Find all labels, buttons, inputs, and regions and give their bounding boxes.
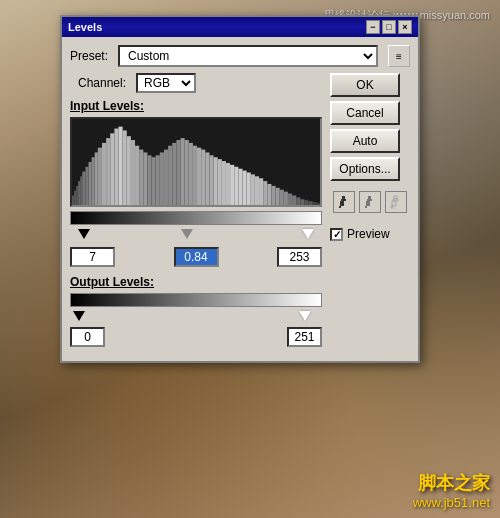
- maximize-button[interactable]: □: [382, 20, 396, 34]
- svg-rect-1: [74, 191, 76, 205]
- svg-rect-20: [139, 150, 143, 205]
- input-slider-row: [70, 229, 322, 241]
- svg-rect-64: [342, 196, 345, 199]
- svg-rect-9: [95, 152, 98, 205]
- input-mid-slider[interactable]: [181, 229, 193, 239]
- svg-rect-62: [313, 202, 317, 205]
- eyedropper-tools: [330, 191, 410, 213]
- svg-rect-54: [280, 190, 284, 205]
- output-gradient-bar: [70, 293, 322, 307]
- left-panel: Channel: RGB Input Levels:: [70, 73, 322, 353]
- svg-rect-12: [106, 138, 110, 205]
- svg-rect-8: [92, 157, 95, 205]
- svg-rect-37: [209, 155, 213, 205]
- input-white-value[interactable]: [277, 247, 322, 267]
- output-white-slider[interactable]: [299, 311, 311, 321]
- svg-rect-43: [234, 167, 238, 205]
- svg-rect-2: [76, 186, 78, 205]
- svg-rect-71: [365, 206, 367, 208]
- svg-rect-68: [368, 196, 371, 199]
- output-black-slider[interactable]: [73, 311, 85, 321]
- output-black-value[interactable]: [70, 327, 105, 347]
- input-black-slider[interactable]: [78, 229, 90, 239]
- svg-rect-48: [255, 176, 259, 205]
- svg-rect-52: [271, 186, 275, 205]
- dialog-title: Levels: [68, 21, 102, 33]
- preset-menu-icon[interactable]: ≡: [388, 45, 410, 67]
- svg-rect-13: [110, 133, 114, 205]
- svg-rect-26: [164, 150, 168, 205]
- options-button[interactable]: Options...: [330, 157, 400, 181]
- gray-eyedropper-icon: [363, 195, 377, 209]
- close-button[interactable]: ×: [398, 20, 412, 34]
- output-values-row: [70, 327, 322, 347]
- minimize-button[interactable]: −: [366, 20, 380, 34]
- svg-rect-46: [247, 173, 251, 205]
- svg-rect-17: [127, 136, 131, 205]
- input-white-slider[interactable]: [302, 229, 314, 239]
- input-gradient-bar: [70, 211, 322, 225]
- svg-rect-56: [288, 194, 292, 205]
- svg-rect-10: [98, 148, 102, 205]
- preview-label: Preview: [347, 227, 390, 241]
- cancel-button[interactable]: Cancel: [330, 101, 400, 125]
- dialog-body: Preset: Custom ≡ Channel: RGB: [62, 37, 418, 361]
- checkmark-icon: ✓: [333, 229, 341, 240]
- svg-rect-34: [197, 148, 201, 205]
- ok-button[interactable]: OK: [330, 73, 400, 97]
- svg-rect-74: [392, 201, 396, 206]
- output-white-value[interactable]: [287, 327, 322, 347]
- svg-rect-5: [82, 172, 85, 205]
- svg-rect-38: [214, 157, 218, 205]
- input-mid-value[interactable]: [174, 247, 219, 267]
- svg-rect-7: [89, 162, 92, 205]
- histogram-container: [70, 117, 322, 207]
- svg-rect-28: [172, 143, 176, 205]
- svg-rect-50: [263, 181, 267, 205]
- auto-button[interactable]: Auto: [330, 129, 400, 153]
- svg-rect-44: [238, 169, 242, 205]
- preview-checkbox[interactable]: ✓: [330, 228, 343, 241]
- svg-rect-67: [339, 206, 341, 208]
- svg-rect-30: [181, 138, 185, 205]
- svg-rect-29: [176, 140, 180, 205]
- svg-rect-23: [152, 157, 156, 205]
- svg-rect-42: [230, 165, 234, 205]
- channel-select[interactable]: RGB: [136, 73, 196, 93]
- channel-row: Channel: RGB: [78, 73, 322, 93]
- preview-row: ✓ Preview: [330, 227, 410, 241]
- svg-rect-16: [123, 130, 127, 205]
- channel-label: Channel:: [78, 76, 130, 90]
- svg-rect-33: [193, 146, 197, 205]
- output-slider-row: [70, 311, 322, 323]
- output-levels-label: Output Levels:: [70, 275, 322, 289]
- svg-rect-22: [147, 155, 151, 205]
- preset-row: Preset: Custom ≡: [70, 45, 410, 67]
- svg-rect-47: [251, 174, 255, 205]
- svg-rect-70: [366, 201, 370, 206]
- svg-rect-11: [102, 143, 106, 205]
- preset-select[interactable]: Custom: [118, 45, 378, 67]
- white-eyedropper-button[interactable]: [385, 191, 407, 213]
- input-levels-label: Input Levels:: [70, 99, 322, 113]
- white-eyedropper-icon: [389, 195, 403, 209]
- gray-eyedropper-button[interactable]: [359, 191, 381, 213]
- output-section: Output Levels:: [70, 275, 322, 347]
- svg-rect-3: [78, 181, 80, 205]
- svg-rect-18: [131, 140, 135, 205]
- svg-rect-63: [317, 203, 320, 205]
- svg-rect-51: [267, 184, 271, 205]
- svg-rect-55: [284, 192, 288, 205]
- svg-rect-73: [393, 199, 398, 201]
- svg-rect-75: [391, 206, 393, 208]
- svg-rect-35: [201, 150, 205, 205]
- svg-rect-6: [85, 167, 88, 205]
- svg-rect-66: [340, 201, 344, 206]
- black-eyedropper-button[interactable]: [333, 191, 355, 213]
- svg-rect-21: [143, 152, 147, 205]
- input-black-value[interactable]: [70, 247, 115, 267]
- svg-rect-72: [394, 196, 397, 199]
- svg-rect-65: [341, 199, 346, 201]
- svg-rect-24: [156, 155, 160, 205]
- svg-rect-40: [222, 161, 226, 205]
